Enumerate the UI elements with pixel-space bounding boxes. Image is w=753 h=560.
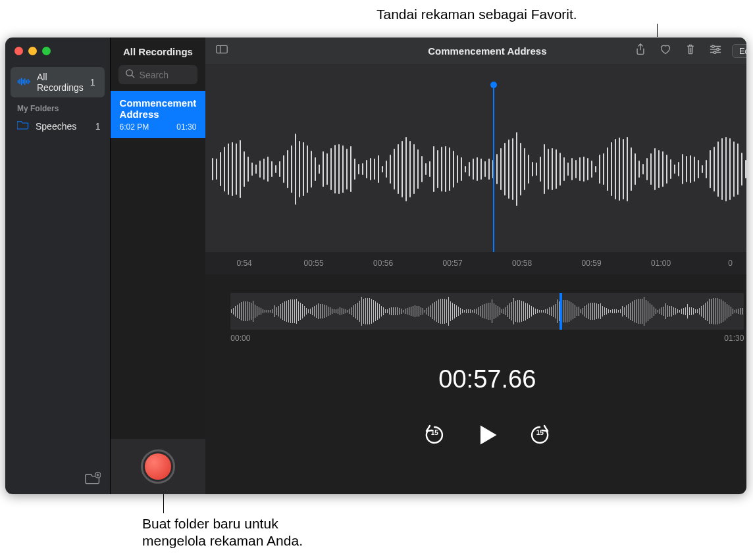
current-time: 00:57.66 bbox=[230, 365, 744, 394]
recording-duration: 01:30 bbox=[176, 122, 196, 132]
folder-icon bbox=[17, 120, 29, 132]
recording-title: Commencement Address bbox=[120, 97, 197, 120]
sidebar-toggle-icon bbox=[216, 43, 228, 58]
ruler-tick: 0:54 bbox=[209, 259, 279, 268]
app-window: All Recordings 1 My Folders Speeches 1 bbox=[5, 38, 746, 494]
delete-button[interactable] bbox=[682, 43, 699, 58]
sidebar-item-label: Speeches bbox=[36, 121, 76, 132]
edit-button[interactable]: Edit bbox=[732, 44, 746, 58]
ruler-tick: 00:57 bbox=[418, 259, 488, 268]
ruler-tick: 01:00 bbox=[626, 259, 696, 268]
new-folder-button[interactable] bbox=[85, 472, 101, 488]
svg-rect-14 bbox=[217, 45, 227, 53]
list-header: All Recordings bbox=[111, 38, 206, 65]
jump-forward-seconds: 15 bbox=[529, 429, 551, 436]
overview-start: 00:00 bbox=[230, 334, 250, 343]
svg-line-13 bbox=[132, 75, 134, 78]
callout-favorite: Tandai rekaman sebagai Favorit. bbox=[376, 5, 577, 23]
sidebar-item-count: 1 bbox=[90, 77, 95, 88]
fullscreen-window-button[interactable] bbox=[42, 47, 51, 55]
svg-point-19 bbox=[712, 45, 715, 48]
search-icon bbox=[125, 68, 135, 81]
settings-button[interactable] bbox=[707, 43, 724, 58]
sidebar-item-speeches[interactable]: Speeches 1 bbox=[5, 116, 110, 136]
overview-end: 01:30 bbox=[724, 334, 744, 343]
close-window-button[interactable] bbox=[14, 47, 23, 55]
jump-forward-button[interactable]: 15 bbox=[529, 424, 551, 449]
play-button[interactable] bbox=[475, 422, 500, 450]
jump-back-button[interactable]: 15 bbox=[423, 424, 446, 449]
ruler-tick: 00:56 bbox=[348, 259, 418, 268]
svg-point-23 bbox=[714, 51, 716, 54]
callout-new-folder-2: mengelola rekaman Anda. bbox=[142, 532, 303, 549]
search-input[interactable] bbox=[140, 70, 192, 80]
ruler-tick: 00:59 bbox=[557, 259, 627, 268]
toggle-sidebar-button[interactable] bbox=[213, 43, 230, 58]
svg-marker-24 bbox=[480, 425, 497, 444]
jump-back-seconds: 15 bbox=[423, 429, 446, 436]
share-icon bbox=[635, 43, 646, 58]
record-button[interactable] bbox=[141, 449, 175, 484]
sidebar-section-label: My Folders bbox=[5, 97, 110, 116]
play-icon bbox=[475, 438, 500, 449]
folder-plus-icon bbox=[85, 476, 101, 487]
minimize-window-button[interactable] bbox=[28, 47, 37, 55]
heart-icon bbox=[660, 43, 671, 58]
sidebar-item-count: 1 bbox=[95, 121, 101, 132]
callout-new-folder-1: Buat folder baru untuk bbox=[142, 515, 278, 532]
sidebar-item-label: All Recordings bbox=[37, 72, 84, 93]
window-controls bbox=[5, 38, 110, 67]
toolbar: Commencement Address bbox=[205, 38, 746, 64]
sliders-icon bbox=[710, 43, 721, 58]
sidebar-item-all-recordings[interactable]: All Recordings 1 bbox=[11, 67, 105, 97]
ruler-tick: 00:55 bbox=[279, 259, 349, 268]
sidebar: All Recordings 1 My Folders Speeches 1 bbox=[5, 38, 110, 494]
jump-back-icon bbox=[423, 437, 446, 448]
record-icon bbox=[145, 453, 171, 480]
svg-point-21 bbox=[717, 48, 719, 51]
svg-point-12 bbox=[126, 70, 132, 76]
playhead[interactable] bbox=[493, 85, 494, 274]
jump-forward-icon bbox=[529, 437, 551, 448]
overview-playhead[interactable] bbox=[559, 293, 562, 330]
ruler-tick: 00:58 bbox=[487, 259, 557, 268]
overview-track[interactable] bbox=[230, 293, 744, 330]
search-field[interactable] bbox=[118, 65, 198, 84]
time-ruler: 0:54 00:55 00:56 00:57 00:58 00:59 01:00… bbox=[205, 252, 746, 274]
recording-time: 6:02 PM bbox=[120, 122, 149, 132]
ruler-tick: 0 bbox=[696, 259, 746, 268]
trash-icon bbox=[685, 43, 696, 58]
recording-item[interactable]: Commencement Address 6:02 PM 01:30 bbox=[111, 91, 206, 138]
waveform-icon bbox=[17, 77, 30, 88]
main-panel: Commencement Address bbox=[205, 38, 746, 494]
recordings-list: All Recordings Commencement Address 6:02… bbox=[110, 38, 206, 494]
waveform-view[interactable]: 0:54 00:55 00:56 00:57 00:58 00:59 01:00… bbox=[205, 64, 746, 274]
share-button[interactable] bbox=[632, 43, 649, 58]
favorite-button[interactable] bbox=[657, 43, 674, 58]
